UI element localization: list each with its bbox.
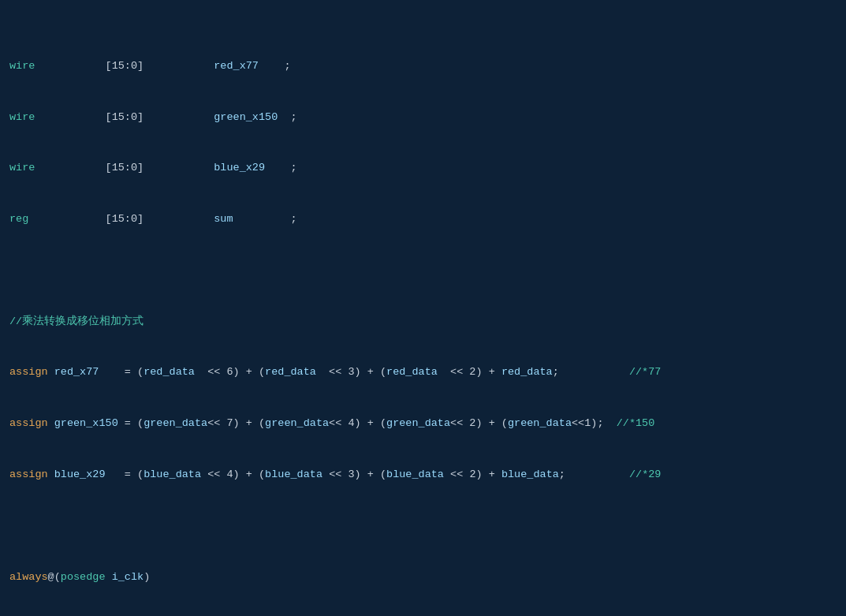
line-blank1 [0, 262, 846, 279]
line-blank2 [0, 517, 846, 535]
line-comment: //乘法转换成移位相加方式 [0, 313, 846, 330]
line-assign-green: assign green_x150 = (green_data<< 7) + (… [0, 415, 846, 432]
code-editor: wire [15:0] red_x77 ; wire [15:0] green_… [0, 0, 846, 616]
line-4: reg [15:0] sum ; [0, 211, 846, 228]
line-always1: always@(posedge i_clk) [0, 569, 846, 586]
line-assign-red: assign red_x77 = (red_data << 6) + (red_… [0, 364, 846, 381]
line-3: wire [15:0] blue_x29 ; [0, 159, 846, 177]
line-2: wire [15:0] green_x150 ; [0, 109, 846, 126]
line-assign-blue: assign blue_x29 = (blue_data << 4) + (bl… [0, 466, 846, 483]
line-1: wire [15:0] red_x77 ; [0, 58, 846, 75]
